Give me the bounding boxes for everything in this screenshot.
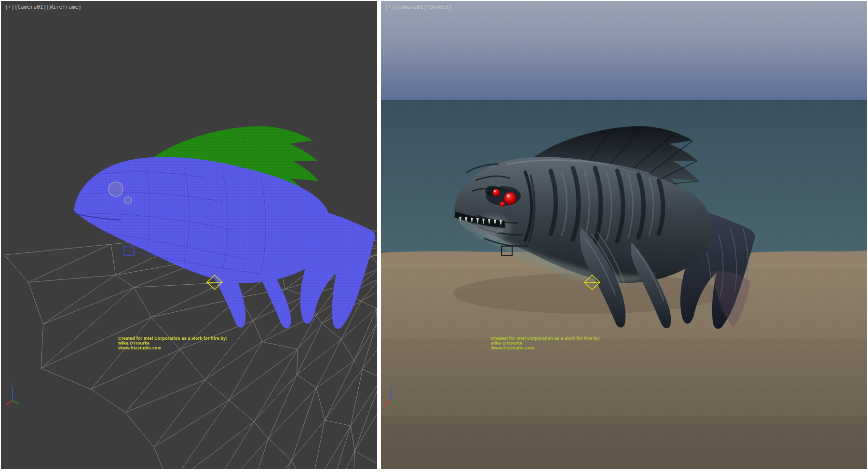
credit-line-2: Mike O'Rourke [491,341,600,346]
shading-label[interactable]: [Wireframe] [46,4,81,10]
wireframe-scene: z [1,1,377,469]
shaded-scene: z [381,1,867,469]
axis-z-label: z [11,381,13,386]
credit-text: Created for Intel Corporation as a work … [491,336,600,350]
shading-label[interactable]: [Shaded] [426,4,452,10]
viewport-left[interactable]: [+][Camera01][Wireframe] [1,1,377,469]
viewport-divider[interactable] [377,0,381,472]
credit-line-3: Www.frizstudio.com [118,346,227,350]
credit-line-2: Mike O'Rourke [118,341,227,346]
app-frame: [+][Camera01][Wireframe] [0,0,868,472]
credit-line-3: Www.frizstudio.com [491,346,600,350]
viewport-label-right: [+][Camera01][Shaded] [385,4,452,10]
camera-label[interactable]: [Camera01] [14,4,46,10]
credit-line-1: Created for Intel Corporation as a work … [491,336,600,341]
wireframe-fish[interactable] [74,126,375,329]
sky [381,1,867,100]
camera-label[interactable]: [Camera01] [394,4,426,10]
viewport-menu-button[interactable]: [+] [5,4,14,10]
horizon-line [381,100,867,101]
axis-z-label: z [390,381,392,386]
viewport-label-left: [+][Camera01][Wireframe] [5,4,81,10]
axis-tripod: z [5,381,19,405]
credit-text: Created for Intel Corporation as a work … [118,336,227,350]
viewport-menu-button[interactable]: [+] [385,4,394,10]
viewport-right[interactable]: [+][Camera01][Shaded] [381,1,867,469]
credit-line-1: Created for Intel Corporation as a work … [118,336,227,341]
